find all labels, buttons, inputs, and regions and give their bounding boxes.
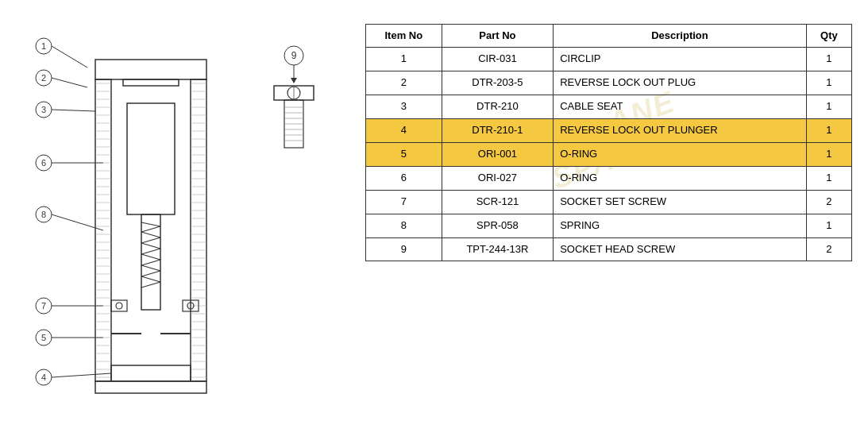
svg-line-8	[52, 110, 95, 111]
table-header-row: Item No Part No Description Qty	[366, 24, 852, 48]
table-row: 7 SCR-121 SOCKET SET SCREW 2	[366, 190, 852, 214]
table-row: 4 DTR-210-1 REVERSE LOCK OUT PLUNGER 1	[366, 119, 852, 143]
cell-description: O-RING	[554, 142, 807, 166]
svg-line-111	[141, 254, 160, 260]
cell-description: SPRING	[554, 214, 807, 237]
cell-part: DTR-210	[442, 95, 554, 119]
table-area: PIT LANE SPARES Item No Part No Descript…	[365, 24, 852, 262]
svg-rect-26	[191, 79, 206, 381]
svg-marker-129	[291, 78, 297, 83]
cell-item: 8	[366, 214, 442, 237]
svg-line-113	[141, 265, 160, 271]
main-diagram-svg: 1 2 3 6 8 7	[16, 24, 246, 421]
svg-rect-121	[111, 365, 191, 381]
svg-line-108	[141, 237, 160, 243]
table-row: 6 ORI-027 O-RING 1	[366, 166, 852, 190]
svg-text:4: 4	[41, 373, 46, 382]
svg-point-124	[116, 303, 122, 309]
svg-text:1: 1	[41, 41, 46, 51]
svg-text:8: 8	[41, 210, 46, 219]
table-row: 9 TPT-244-13R SOCKET HEAD SCREW 2	[366, 237, 852, 261]
table-row: 5 ORI-001 O-RING 1	[366, 142, 852, 166]
cell-qty: 1	[806, 48, 851, 71]
col-header-part: Part No	[442, 24, 554, 48]
svg-rect-123	[123, 79, 179, 86]
svg-rect-24	[95, 60, 206, 79]
svg-line-116	[141, 282, 160, 288]
side-diagram: 9	[254, 32, 334, 191]
cell-item: 1	[366, 48, 442, 71]
svg-line-23	[52, 373, 111, 377]
cell-item: 4	[366, 119, 442, 143]
cell-qty: 1	[806, 214, 851, 237]
cell-qty: 1	[806, 71, 851, 95]
cell-description: REVERSE LOCK OUT PLUNGER	[554, 119, 807, 143]
svg-text:6: 6	[41, 158, 46, 168]
cell-item: 5	[366, 142, 442, 166]
cell-description: SOCKET HEAD SCREW	[554, 237, 807, 261]
cell-description: O-RING	[554, 166, 807, 190]
cell-part: SCR-121	[442, 190, 554, 214]
svg-line-107	[141, 232, 160, 237]
cell-description: CABLE SEAT	[554, 95, 807, 119]
cell-item: 9	[366, 237, 442, 261]
cell-item: 2	[366, 71, 442, 95]
cell-description: SOCKET SET SCREW	[554, 190, 807, 214]
svg-line-115	[141, 276, 160, 282]
svg-line-109	[141, 243, 160, 249]
svg-rect-103	[127, 103, 175, 214]
svg-line-106	[141, 226, 160, 232]
cell-part: CIR-031	[442, 48, 554, 71]
svg-text:5: 5	[41, 333, 46, 342]
table-row: 2 DTR-203-5 REVERSE LOCK OUT PLUG 1	[366, 71, 852, 95]
cell-part: DTR-203-5	[442, 71, 554, 95]
col-header-description: Description	[554, 24, 807, 48]
cell-qty: 1	[806, 95, 851, 119]
cell-item: 3	[366, 95, 442, 119]
svg-line-114	[141, 271, 160, 276]
col-header-qty: Qty	[806, 24, 851, 48]
cell-description: CIRCLIP	[554, 48, 807, 71]
cell-part: ORI-027	[442, 166, 554, 190]
svg-text:2: 2	[41, 73, 46, 83]
side-diagram-svg: 9	[254, 32, 334, 191]
table-row: 3 DTR-210 CABLE SEAT 1	[366, 95, 852, 119]
main-container: 1 2 3 6 8 7	[0, 16, 868, 429]
svg-rect-117	[111, 300, 127, 311]
cell-item: 6	[366, 166, 442, 190]
cell-part: ORI-001	[442, 142, 554, 166]
cell-part: TPT-244-13R	[442, 237, 554, 261]
main-diagram: 1 2 3 6 8 7	[16, 24, 246, 421]
svg-line-110	[141, 249, 160, 254]
cell-item: 7	[366, 190, 442, 214]
cell-part: DTR-210-1	[442, 119, 554, 143]
svg-line-5	[52, 78, 87, 87]
cell-qty: 2	[806, 237, 851, 261]
cell-qty: 1	[806, 166, 851, 190]
diagram-area: 1 2 3 6 8 7	[16, 24, 357, 421]
parts-table: Item No Part No Description Qty 1 CIR-03…	[365, 24, 852, 262]
svg-line-105	[141, 222, 160, 226]
svg-text:7: 7	[41, 301, 46, 311]
table-row: 8 SPR-058 SPRING 1	[366, 214, 852, 237]
svg-text:9: 9	[291, 50, 297, 61]
svg-line-2	[52, 46, 87, 68]
table-row: 1 CIR-031 CIRCLIP 1	[366, 48, 852, 71]
svg-rect-122	[95, 381, 206, 393]
cell-description: REVERSE LOCK OUT PLUG	[554, 71, 807, 95]
cell-part: SPR-058	[442, 214, 554, 237]
cell-qty: 2	[806, 190, 851, 214]
svg-text:3: 3	[41, 105, 46, 114]
cell-qty: 1	[806, 142, 851, 166]
cell-qty: 1	[806, 119, 851, 143]
col-header-item: Item No	[366, 24, 442, 48]
svg-line-112	[141, 260, 160, 265]
